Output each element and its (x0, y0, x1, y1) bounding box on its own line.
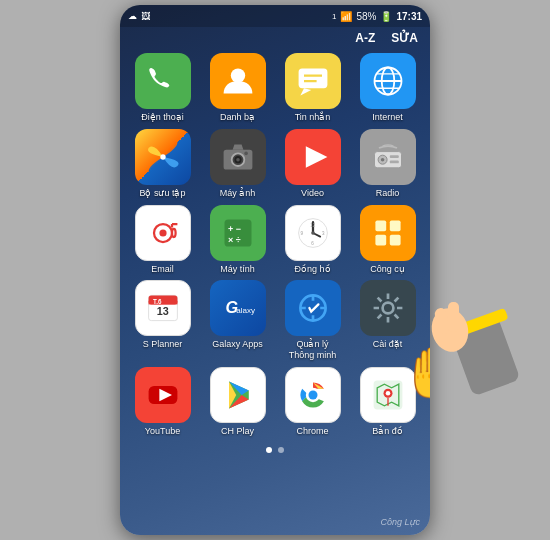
tools-label: Công cụ (370, 264, 405, 275)
svg-rect-39 (375, 234, 386, 245)
youtube-label: YouTube (145, 426, 180, 437)
svg-point-23 (159, 229, 166, 236)
svg-point-73 (427, 304, 473, 356)
svg-point-15 (244, 151, 248, 155)
chrome-icon (285, 367, 341, 423)
image-icon: 🖼 (141, 11, 150, 21)
sms-icon (285, 53, 341, 109)
collection-icon (135, 129, 191, 185)
watermark: Công Lực (380, 517, 420, 527)
settings-icon (360, 280, 416, 336)
app-video[interactable]: Video (278, 129, 347, 199)
radio-label: Radio (376, 188, 400, 199)
status-left-icons: ☁ 🖼 (128, 11, 150, 21)
app-email[interactable]: Email (128, 205, 197, 275)
cloud-icon: ☁ (128, 11, 137, 21)
svg-rect-20 (389, 155, 398, 158)
svg-line-60 (394, 315, 398, 319)
dot-1 (266, 447, 272, 453)
battery-text: 58% (356, 11, 376, 22)
edit-button[interactable]: SỬA (391, 31, 418, 45)
signal-icon: 📶 (340, 11, 352, 22)
chrome-label: Chrome (296, 426, 328, 437)
svg-line-61 (394, 298, 398, 302)
clock-icon: 12 3 6 9 (285, 205, 341, 261)
email-icon (135, 205, 191, 261)
app-camera[interactable]: Máy ảnh (203, 129, 272, 199)
galaxy-label: Galaxy Apps (212, 339, 263, 350)
page-dots (120, 441, 430, 459)
app-clock[interactable]: 12 3 6 9 Đồng hồ (278, 205, 347, 275)
galaxy-icon: G alaxy (210, 280, 266, 336)
app-settings[interactable]: Cài đặt (353, 280, 422, 361)
phone-screen: ☁ 🖼 1 📶 58% 🔋 17:31 A-Z SỬA Điện thoại (120, 5, 430, 535)
svg-rect-75 (448, 302, 459, 332)
app-chrome[interactable]: Chrome (278, 367, 347, 437)
chplay-label: CH Play (221, 426, 254, 437)
video-label: Video (301, 188, 324, 199)
svg-rect-74 (434, 307, 450, 335)
svg-line-59 (377, 298, 381, 302)
dot-2 (278, 447, 284, 453)
svg-marker-16 (305, 146, 327, 168)
tools-icon (360, 205, 416, 261)
svg-rect-40 (389, 234, 400, 245)
app-phone[interactable]: Điện thoại (128, 53, 197, 123)
video-icon (285, 129, 341, 185)
calc-label: Máy tính (220, 264, 255, 275)
internet-label: Internet (372, 112, 403, 123)
chplay-icon (210, 367, 266, 423)
internet-icon (360, 53, 416, 109)
app-splanner[interactable]: T.6 13 S Planner (128, 280, 197, 361)
app-chplay[interactable]: CH Play (203, 367, 272, 437)
svg-marker-2 (300, 88, 311, 95)
camera-icon (210, 129, 266, 185)
sim-icon: 1 (332, 12, 336, 21)
time: 17:31 (396, 11, 422, 22)
collection-label: Bộ sưu tập (139, 188, 185, 199)
app-contacts[interactable]: Danh bạ (203, 53, 272, 123)
app-sms[interactable]: Tin nhắn (278, 53, 347, 123)
svg-rect-72 (457, 308, 508, 336)
qltm-label: Quản lý Thông minh (289, 339, 337, 361)
settings-label: Cài đặt (373, 339, 403, 350)
phone-icon (135, 53, 191, 109)
splanner-icon: T.6 13 (135, 280, 191, 336)
camera-label: Máy ảnh (220, 188, 256, 199)
youtube-icon (135, 367, 191, 423)
svg-point-19 (380, 158, 384, 162)
app-galaxy[interactable]: G alaxy Galaxy Apps (203, 280, 272, 361)
svg-text:+  −: + − (228, 224, 241, 234)
sms-label: Tin nhắn (295, 112, 331, 123)
email-label: Email (151, 264, 174, 275)
svg-point-32 (311, 231, 315, 235)
svg-rect-71 (450, 314, 520, 397)
app-calc[interactable]: + − × ÷ Máy tính (203, 205, 272, 275)
app-maps[interactable]: Bản đồ (353, 367, 422, 437)
svg-text:×  ÷: × ÷ (228, 234, 241, 244)
status-right-icons: 1 📶 58% 🔋 17:31 (332, 11, 422, 22)
svg-rect-21 (389, 160, 398, 163)
calc-icon: + − × ÷ (210, 205, 266, 261)
app-qltm[interactable]: Quản lý Thông minh (278, 280, 347, 361)
app-radio[interactable]: Radio (353, 129, 422, 199)
svg-point-70 (385, 391, 390, 396)
app-youtube[interactable]: YouTube (128, 367, 197, 437)
app-tools[interactable]: Công cụ (353, 205, 422, 275)
clock-label: Đồng hồ (294, 264, 330, 275)
splanner-label: S Planner (143, 339, 183, 350)
phone-label: Điện thoại (141, 112, 184, 123)
svg-point-10 (160, 154, 165, 159)
app-grid: Điện thoại Danh bạ Tin nhắ (120, 49, 430, 441)
svg-rect-38 (389, 220, 400, 231)
app-internet[interactable]: Internet (353, 53, 422, 123)
svg-text:13: 13 (156, 306, 168, 318)
app-collection[interactable]: Bộ sưu tập (128, 129, 197, 199)
az-button[interactable]: A-Z (355, 31, 375, 45)
maps-label: Bản đồ (372, 426, 403, 437)
svg-rect-37 (375, 220, 386, 231)
svg-point-54 (382, 303, 393, 314)
contacts-icon (210, 53, 266, 109)
svg-line-62 (377, 315, 381, 319)
svg-point-14 (236, 158, 240, 162)
